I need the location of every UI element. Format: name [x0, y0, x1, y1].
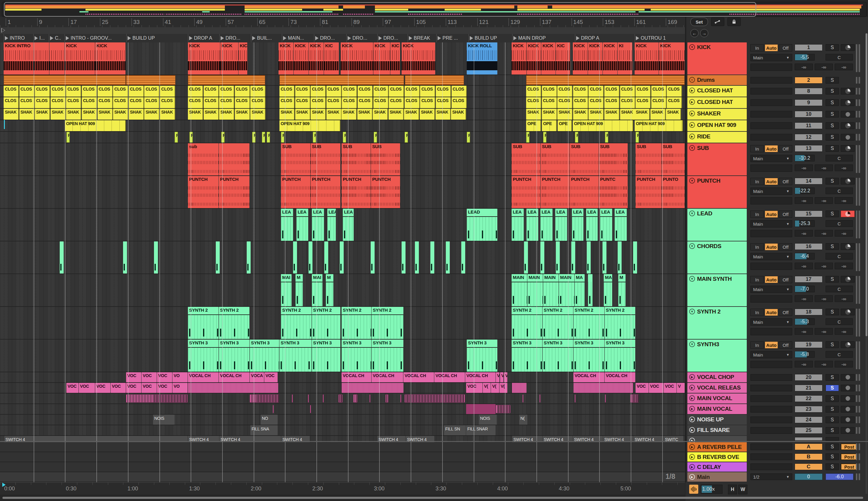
clip[interactable] — [341, 383, 403, 393]
clip[interactable]: SHAK — [357, 109, 372, 120]
arm-button[interactable] — [841, 309, 855, 315]
track-header-synth3[interactable]: ▼SYNTH3 — [687, 340, 747, 372]
arm-button[interactable] — [841, 374, 855, 381]
solo-button[interactable]: S — [826, 122, 839, 129]
send-c-value[interactable]: -∞ — [835, 361, 853, 367]
solo-button[interactable]: S — [826, 427, 839, 434]
clip[interactable]: CLOS — [326, 97, 341, 108]
track-header-drums[interactable]: ≡Drums — [687, 75, 747, 85]
clip[interactable]: CLOS — [373, 97, 389, 108]
monitor-in-button[interactable]: In — [750, 211, 764, 218]
clip[interactable] — [633, 242, 637, 274]
clip[interactable]: KICK — [188, 42, 220, 75]
clip[interactable]: SYNTH 3 — [341, 340, 371, 372]
clip[interactable]: V( — [483, 383, 491, 393]
group-icon[interactable]: ≡ — [689, 77, 695, 83]
clip[interactable]: VOC — [157, 383, 172, 393]
clip[interactable]: VOC — [466, 383, 483, 393]
clip[interactable] — [540, 242, 544, 274]
monitor-in-button[interactable]: In — [750, 243, 764, 250]
clip[interactable]: VOCAL CH — [403, 372, 434, 382]
pre-post-toggle[interactable]: Post — [841, 463, 858, 470]
clip[interactable]: VOC — [264, 372, 278, 382]
clip[interactable]: LEA — [615, 209, 627, 241]
monitor-in-button[interactable]: In — [750, 44, 764, 52]
clip[interactable]: CLOS — [326, 86, 341, 97]
clip[interactable]: CLOS — [19, 86, 34, 97]
clip[interactable]: KICK — [341, 42, 373, 75]
solo-button[interactable]: S — [826, 416, 839, 423]
monitor-auto-button[interactable]: Auto — [765, 145, 778, 152]
clip[interactable]: SUB — [661, 143, 685, 175]
clip[interactable]: CLOS — [542, 97, 557, 108]
clip[interactable]: CLOS — [235, 97, 250, 108]
clip[interactable]: M — [326, 274, 334, 306]
fold-icon[interactable]: ▶ — [689, 406, 695, 412]
clip[interactable]: CLOS — [420, 97, 435, 108]
clip[interactable]: KICK — [573, 42, 588, 75]
clip[interactable] — [618, 242, 622, 274]
clip[interactable]: SHAK — [404, 109, 419, 120]
track-header-synth-2[interactable]: ▼SYNTH 2 — [687, 307, 747, 339]
clip[interactable]: F — [174, 132, 178, 143]
output-routing-select[interactable]: Main▼ — [750, 318, 792, 326]
solo-button[interactable]: S — [826, 111, 839, 118]
arm-button[interactable] — [841, 385, 855, 391]
clip[interactable]: CLOS — [311, 86, 326, 97]
clip[interactable]: CLOS — [250, 86, 265, 97]
clip[interactable] — [603, 242, 606, 274]
volume-field[interactable]: -5.5 — [795, 54, 815, 61]
clip[interactable]: SYNTH 2 — [341, 307, 371, 339]
monitor-auto-button[interactable]: Auto — [765, 243, 778, 250]
pan-field[interactable]: C — [826, 188, 853, 194]
pan-field[interactable]: C — [826, 351, 853, 358]
clip[interactable] — [279, 75, 404, 85]
clip[interactable]: F — [343, 132, 346, 143]
track-header-puntch[interactable]: ▼PUNTCH — [687, 176, 747, 208]
clip[interactable]: SHAK — [311, 109, 326, 120]
monitor-auto-button[interactable]: Auto — [765, 276, 778, 283]
send-a-value[interactable]: -∞ — [795, 164, 813, 171]
clip[interactable]: SHAK — [160, 109, 175, 120]
output-routing-select[interactable]: Main▼ — [750, 155, 792, 162]
clip[interactable]: KICK ROLL — [467, 42, 497, 75]
clip[interactable] — [631, 394, 638, 403]
clip[interactable]: SHAK — [219, 109, 234, 120]
clip[interactable]: FILL SNAR — [466, 425, 496, 435]
clip[interactable] — [188, 75, 265, 85]
clip[interactable]: MAI — [312, 274, 322, 306]
fold-icon[interactable]: ▶ — [689, 134, 695, 139]
send-b-value[interactable]: -∞ — [815, 295, 833, 302]
track-height-button[interactable]: H — [728, 484, 737, 494]
solo-button[interactable]: S — [826, 463, 839, 470]
clip[interactable] — [587, 242, 591, 274]
input-field[interactable] — [750, 111, 792, 118]
clip[interactable]: CLOS — [98, 97, 113, 108]
send-c-value[interactable]: -∞ — [835, 328, 853, 335]
clip[interactable]: MAIN — [543, 274, 559, 306]
clip[interactable]: F — [575, 132, 578, 143]
clip[interactable]: VOCA — [250, 372, 264, 382]
send-a-value[interactable]: -∞ — [795, 328, 813, 335]
unfold-icon[interactable]: ▼ — [689, 309, 695, 315]
solo-button[interactable]: S — [826, 374, 839, 381]
clip[interactable] — [308, 242, 313, 274]
clip[interactable] — [292, 394, 293, 403]
clip[interactable] — [154, 242, 158, 274]
clip[interactable]: VOCAL CH — [573, 372, 604, 382]
clip[interactable]: VOCAL CH — [188, 372, 219, 382]
clip[interactable]: N( — [519, 415, 527, 425]
clip[interactable]: PUNTCH — [341, 176, 371, 208]
clip[interactable]: F — [636, 132, 639, 143]
arm-button[interactable] — [841, 134, 855, 140]
pan-field[interactable]: C — [826, 54, 853, 61]
clip[interactable]: VO — [172, 383, 188, 393]
clip[interactable]: SHAK — [420, 109, 435, 120]
solo-button[interactable]: S — [826, 211, 839, 217]
input-field[interactable] — [750, 164, 792, 172]
clip[interactable]: CLOS — [129, 86, 144, 97]
solo-button[interactable]: S — [826, 134, 839, 140]
clip[interactable]: LEA — [312, 209, 324, 241]
clip[interactable] — [400, 394, 401, 403]
output-routing-select[interactable]: Main▼ — [750, 253, 792, 260]
